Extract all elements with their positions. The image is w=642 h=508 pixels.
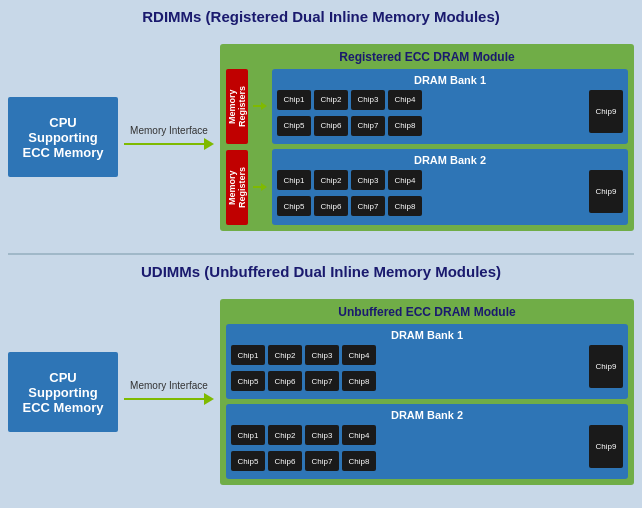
rdimm-banks: DRAM Bank 1 Chip1 Chip2 Chip3 Chip4 xyxy=(272,69,628,225)
section-divider xyxy=(8,253,634,255)
udimm-bank1-chip7: Chip7 xyxy=(305,371,339,391)
udimm-section: UDIMMs (Unbuffered Dual Inline Memory Mo… xyxy=(8,263,634,500)
udimm-arrow xyxy=(124,393,214,405)
rdimm-bank1: DRAM Bank 1 Chip1 Chip2 Chip3 Chip4 xyxy=(272,69,628,145)
udimm-bank2: DRAM Bank 2 Chip1 Chip2 Chip3 Chip4 xyxy=(226,404,628,479)
rdimm-cpu-box: CPU Supporting ECC Memory xyxy=(8,97,118,177)
udimm-module-title: Unbuffered ECC DRAM Module xyxy=(226,305,628,319)
rdimm-bank2-chip6: Chip6 xyxy=(314,196,348,216)
rdimm-bank1-chip2: Chip2 xyxy=(314,90,348,110)
rdimm-module-content: Memory Registers Memory Registers xyxy=(226,69,628,225)
rdimm-bank2-chip4: Chip4 xyxy=(388,170,422,190)
udimm-bank1-chip2: Chip2 xyxy=(268,345,302,365)
udimm-bank1-row2: Chip5 Chip6 Chip7 Chip8 xyxy=(231,371,585,391)
udimm-bank2-row1: Chip1 Chip2 Chip3 Chip4 xyxy=(231,425,585,445)
rdimm-bank1-row2: Chip5 Chip6 Chip7 Chip8 xyxy=(277,116,585,136)
udimm-bank2-chip2: Chip2 xyxy=(268,425,302,445)
rdimm-bank1-chip8: Chip8 xyxy=(388,116,422,136)
rdimm-arrow-area: Memory Interface xyxy=(124,125,214,150)
rdimm-register-1: Memory Registers xyxy=(226,69,248,144)
rdimm-reg-arrow-1 xyxy=(253,102,267,110)
udimm-bank2-row2: Chip5 Chip6 Chip7 Chip8 xyxy=(231,451,585,471)
udimm-bank1-row1: Chip1 Chip2 Chip3 Chip4 xyxy=(231,345,585,365)
rdimm-bank1-chip3: Chip3 xyxy=(351,90,385,110)
udimm-bank1-chip6: Chip6 xyxy=(268,371,302,391)
rdimm-bank2-chips-main: Chip1 Chip2 Chip3 Chip4 Chip5 Chip6 Chip… xyxy=(277,170,585,219)
udimm-bank2-title: DRAM Bank 2 xyxy=(231,409,623,421)
udimm-title: UDIMMs (Unbuffered Dual Inline Memory Mo… xyxy=(8,263,634,280)
rdimm-bank2-chip2: Chip2 xyxy=(314,170,348,190)
rdimm-register-2: Memory Registers xyxy=(226,150,248,225)
udimm-bank1-chips-main: Chip1 Chip2 Chip3 Chip4 Chip5 Chip6 Chip… xyxy=(231,345,585,394)
rdimm-bank1-chip6: Chip6 xyxy=(314,116,348,136)
udimm-bank1-title: DRAM Bank 1 xyxy=(231,329,623,341)
rdimm-bank1-chip4: Chip4 xyxy=(388,90,422,110)
rdimm-bank2-chips: Chip1 Chip2 Chip3 Chip4 Chip5 Chip6 Chip… xyxy=(277,170,623,219)
udimm-module-content: DRAM Bank 1 Chip1 Chip2 Chip3 Chip4 xyxy=(226,324,628,479)
udimm-bank1-chip8: Chip8 xyxy=(342,371,376,391)
rdimm-bank2-chip7: Chip7 xyxy=(351,196,385,216)
udimm-arrow-area: Memory Interface xyxy=(124,380,214,405)
udimm-bank1: DRAM Bank 1 Chip1 Chip2 Chip3 Chip4 xyxy=(226,324,628,399)
udimm-bank2-chip8: Chip8 xyxy=(342,451,376,471)
rdimm-bank2-title: DRAM Bank 2 xyxy=(277,154,623,166)
rdimm-bank2-chip5: Chip5 xyxy=(277,196,311,216)
rdimm-bank2-chip1: Chip1 xyxy=(277,170,311,190)
rdimm-body: CPU Supporting ECC Memory Memory Interfa… xyxy=(8,29,634,245)
udimm-bank2-chip1: Chip1 xyxy=(231,425,265,445)
rdimm-bank2-row1: Chip1 Chip2 Chip3 Chip4 xyxy=(277,170,585,190)
rdimm-bank1-chip5: Chip5 xyxy=(277,116,311,136)
rdimm-module-title: Registered ECC DRAM Module xyxy=(226,50,628,64)
udimm-bank2-chips: Chip1 Chip2 Chip3 Chip4 Chip5 Chip6 Chip… xyxy=(231,425,623,474)
udimm-body: CPU Supporting ECC Memory Memory Interfa… xyxy=(8,284,634,500)
rdimm-bank2-chip3: Chip3 xyxy=(351,170,385,190)
udimm-cpu-box: CPU Supporting ECC Memory xyxy=(8,352,118,432)
udimm-bank2-chip9: Chip9 xyxy=(589,425,623,468)
udimm-arrow-label: Memory Interface xyxy=(130,380,208,391)
rdimm-bank1-row1: Chip1 Chip2 Chip3 Chip4 xyxy=(277,90,585,110)
udimm-bank2-chip6: Chip6 xyxy=(268,451,302,471)
rdimm-arrow-line xyxy=(124,143,204,145)
rdimm-bank1-chip7: Chip7 xyxy=(351,116,385,136)
rdimm-title: RDIMMs (Registered Dual Inline Memory Mo… xyxy=(8,8,634,25)
udimm-bank2-chip3: Chip3 xyxy=(305,425,339,445)
udimm-bank1-chip4: Chip4 xyxy=(342,345,376,365)
rdimm-reg-arrow-2 xyxy=(253,183,267,191)
rdimm-section: RDIMMs (Registered Dual Inline Memory Mo… xyxy=(8,8,634,245)
rdimm-reg-arrows xyxy=(253,69,267,225)
udimm-bank1-chips: Chip1 Chip2 Chip3 Chip4 Chip5 Chip6 Chip… xyxy=(231,345,623,394)
rdimm-bank2: DRAM Bank 2 Chip1 Chip2 Chip3 Chip4 xyxy=(272,149,628,225)
udimm-bank2-chips-main: Chip1 Chip2 Chip3 Chip4 Chip5 Chip6 Chip… xyxy=(231,425,585,474)
rdimm-bank2-row2: Chip5 Chip6 Chip7 Chip8 xyxy=(277,196,585,216)
rdimm-bank1-chip9: Chip9 xyxy=(589,90,623,133)
udimm-arrow-head xyxy=(204,393,214,405)
udimm-bank2-chip7: Chip7 xyxy=(305,451,339,471)
udimm-bank1-chip9: Chip9 xyxy=(589,345,623,388)
rdimm-registers: Memory Registers Memory Registers xyxy=(226,69,248,225)
udimm-bank2-chip4: Chip4 xyxy=(342,425,376,445)
main-container: RDIMMs (Registered Dual Inline Memory Mo… xyxy=(0,0,642,508)
udimm-arrow-line xyxy=(124,398,204,400)
rdimm-module: Registered ECC DRAM Module Memory Regist… xyxy=(220,44,634,231)
rdimm-bank1-title: DRAM Bank 1 xyxy=(277,74,623,86)
rdimm-bank2-chip9: Chip9 xyxy=(589,170,623,213)
udimm-bank1-chip5: Chip5 xyxy=(231,371,265,391)
rdimm-bank1-chips-main: Chip1 Chip2 Chip3 Chip4 Chip5 Chip6 Chip… xyxy=(277,90,585,139)
rdimm-bank1-chips: Chip1 Chip2 Chip3 Chip4 Chip5 Chip6 Chip… xyxy=(277,90,623,139)
udimm-bank2-chip5: Chip5 xyxy=(231,451,265,471)
rdimm-arrow-head xyxy=(204,138,214,150)
udimm-module: Unbuffered ECC DRAM Module DRAM Bank 1 C… xyxy=(220,299,634,485)
rdimm-arrow-label: Memory Interface xyxy=(130,125,208,136)
udimm-bank1-chip3: Chip3 xyxy=(305,345,339,365)
rdimm-bank2-chip8: Chip8 xyxy=(388,196,422,216)
rdimm-bank1-chip1: Chip1 xyxy=(277,90,311,110)
udimm-bank1-chip1: Chip1 xyxy=(231,345,265,365)
rdimm-arrow xyxy=(124,138,214,150)
